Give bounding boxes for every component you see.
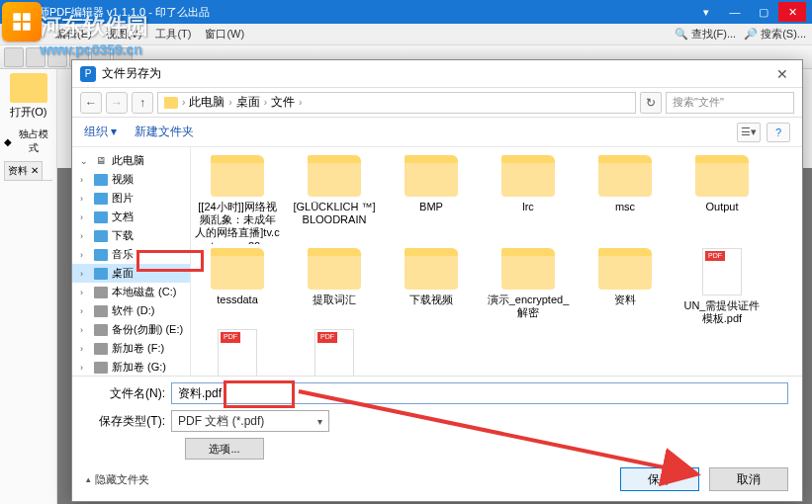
tree-music[interactable]: ›音乐 (72, 245, 190, 264)
file-item-folder[interactable]: 资料 (583, 248, 668, 325)
menubar: 文件(F) 编辑(E) 视图(V) 工具(T) 窗口(W) 🔍 查找(F)...… (0, 24, 812, 45)
file-label: tessdata (217, 294, 258, 306)
open-button[interactable]: 打开(O) (4, 73, 52, 120)
tree-downloads[interactable]: ›下载 (72, 226, 190, 245)
cancel-button[interactable]: 取消 (709, 467, 788, 491)
save-button[interactable]: 保存 (620, 467, 699, 491)
file-label: BMP (419, 201, 443, 213)
file-item-folder[interactable]: tessdata (195, 248, 280, 325)
folder-icon (211, 155, 264, 197)
tree-documents[interactable]: ›文档 (72, 208, 190, 226)
filename-input[interactable] (171, 382, 788, 404)
pdf-icon (702, 248, 742, 295)
file-list: [[24小时]]网络视频乱象：未成年人的网络直播]tv.cctv.com_20.… (191, 147, 802, 376)
file-label: [GLÜCKLICH ™] BLOODRAIN (292, 201, 377, 226)
file-item-folder[interactable]: [GLÜCKLICH ™] BLOODRAIN (292, 155, 377, 244)
tree-gdrive[interactable]: ›新加卷 (G:) (72, 358, 190, 376)
tree-pc[interactable]: ⌄🖥此电脑 (72, 151, 190, 170)
maximize-button[interactable]: ▢ (750, 2, 777, 22)
file-item-pdf[interactable]: UN_需提供证件模板.pdf (679, 248, 765, 325)
toolbar-icon[interactable] (4, 47, 24, 67)
dialog-titlebar: P 文件另存为 ✕ (72, 60, 802, 88)
toolbar-icon[interactable] (26, 47, 45, 67)
dialog-nav: ← → ↑ › 此电脑 › 桌面 › 文件 › ↻ 搜索"文件" (72, 88, 802, 118)
tree-edrive[interactable]: ›备份(勿删) (E:) (72, 320, 190, 339)
file-label: 下载视频 (409, 294, 453, 306)
dialog-close-button[interactable]: ✕ (770, 64, 794, 84)
menu-find[interactable]: 🔍 查找(F)... (675, 27, 736, 42)
menu-tools[interactable]: 工具(T) (155, 27, 191, 42)
close-button[interactable]: ✕ (778, 2, 806, 22)
pdf-icon (218, 329, 257, 376)
tree-video[interactable]: ›视频 (72, 170, 190, 189)
file-item-pdf[interactable]: 副本_页面_1.pdf (292, 329, 377, 376)
left-panel: 打开(O) ◆ 独占模式 资料 ✕ (0, 69, 57, 504)
nav-refresh-button[interactable]: ↻ (640, 92, 662, 114)
folder-icon (308, 248, 361, 290)
folder-icon (211, 248, 264, 290)
file-item-folder[interactable]: msc (583, 155, 668, 244)
folder-icon (405, 155, 458, 197)
tree-pictures[interactable]: ›图片 (72, 189, 190, 208)
crumb-desktop[interactable]: 桌面 (236, 94, 260, 111)
menu-edit[interactable]: 编辑(E) (55, 27, 92, 42)
file-label: 资料 (614, 294, 636, 306)
filetype-label: 保存类型(T): (86, 413, 165, 430)
folder-icon (308, 155, 361, 197)
folder-icon (598, 248, 652, 290)
nav-back-button[interactable]: ← (80, 92, 102, 114)
dialog-icon: P (80, 66, 96, 82)
toolbar-icon[interactable] (47, 47, 67, 67)
exclusive-mode[interactable]: ◆ 独占模式 (4, 127, 52, 155)
tree-cdrive[interactable]: ›本地磁盘 (C:) (72, 283, 190, 301)
tree-fdrive[interactable]: ›新加卷 (F:) (72, 339, 190, 358)
folder-icon (501, 248, 555, 290)
menu-search[interactable]: 🔎 搜索(S)... (744, 27, 806, 42)
tree-ddrive[interactable]: ›软件 (D:) (72, 301, 190, 320)
file-item-folder[interactable]: BMP (389, 155, 474, 244)
nav-up-button[interactable]: ↑ (132, 92, 153, 114)
filetype-combo[interactable]: PDF 文档 (*.pdf) (171, 410, 329, 432)
hide-folders-button[interactable]: 隐藏文件夹 (86, 472, 149, 487)
help-button[interactable]: ? (767, 123, 790, 142)
menu-window[interactable]: 窗口(W) (205, 27, 244, 42)
titlebar: 转转大师PDF编辑器 v1.1.1.0 - 印了么出品 ▾ — ▢ ✕ (0, 0, 812, 24)
tree-desktop[interactable]: ›桌面 (72, 264, 190, 283)
file-item-folder[interactable]: Output (679, 155, 765, 244)
folder-icon (598, 155, 652, 197)
dropdown-button[interactable]: ▾ (692, 2, 720, 22)
new-folder-button[interactable]: 新建文件夹 (135, 124, 194, 140)
nav-forward-button[interactable]: → (106, 92, 128, 114)
dialog-toolbar: 组织 ▾ 新建文件夹 ☰▾ ? (72, 118, 802, 147)
menu-view[interactable]: 视图(V) (106, 27, 142, 42)
file-label: UN_需提供证件模板.pdf (679, 299, 765, 325)
organize-button[interactable]: 组织 ▾ (84, 124, 117, 140)
dialog-title: 文件另存为 (102, 65, 161, 82)
folder-icon (164, 97, 178, 109)
breadcrumb[interactable]: › 此电脑 › 桌面 › 文件 › (157, 92, 636, 114)
file-item-folder[interactable]: 提取词汇 (292, 248, 377, 325)
app-logo (2, 2, 42, 42)
doc-tab[interactable]: 资料 ✕ (4, 161, 43, 180)
minimize-button[interactable]: — (721, 2, 749, 22)
file-item-folder[interactable]: 演示_encrypted_解密 (486, 248, 571, 325)
search-input[interactable]: 搜索"文件" (666, 92, 794, 114)
file-label: 提取词汇 (313, 294, 356, 306)
file-item-folder[interactable]: 下载视频 (389, 248, 474, 325)
file-label: lrc (522, 201, 534, 213)
file-label: [[24小时]]网络视频乱象：未成年人的网络直播]tv.cctv.com_20.… (195, 201, 280, 244)
folder-icon (501, 155, 555, 197)
file-item-folder[interactable]: lrc (486, 155, 571, 244)
options-button[interactable]: 选项... (185, 438, 264, 460)
file-label: Output (705, 201, 738, 213)
file-item-pdf[interactable]: -Unlicensed-员工表1.pdf (195, 329, 280, 376)
crumb-pc[interactable]: 此电脑 (189, 94, 225, 111)
folder-tree: ⌄🖥此电脑 ›视频 ›图片 ›文档 ›下载 ›音乐 ›桌面 ›本地磁盘 (C:)… (72, 147, 191, 376)
save-as-dialog: P 文件另存为 ✕ ← → ↑ › 此电脑 › 桌面 › 文件 › ↻ 搜索"文… (71, 59, 803, 502)
file-item-folder[interactable]: [[24小时]]网络视频乱象：未成年人的网络直播]tv.cctv.com_20.… (195, 155, 280, 244)
open-folder-icon (10, 73, 47, 103)
folder-icon (695, 155, 749, 197)
view-mode-button[interactable]: ☰▾ (737, 123, 761, 142)
crumb-folder[interactable]: 文件 (271, 94, 295, 111)
folder-icon (405, 248, 458, 290)
